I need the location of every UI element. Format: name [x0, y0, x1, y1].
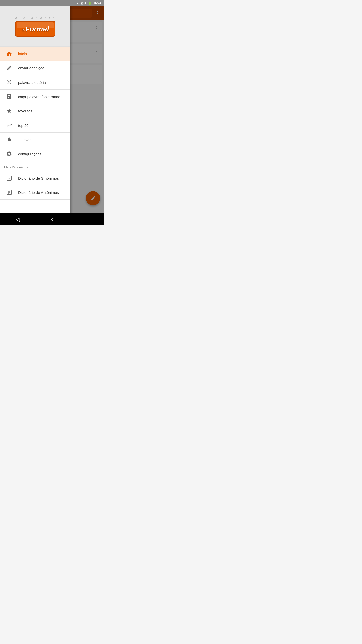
nav-label-caca: caça-palavras/soletrando	[18, 95, 60, 99]
section-header-mais: Mais Dicionários	[0, 161, 70, 171]
wifi-icon: ▲	[76, 2, 79, 5]
pencil-icon	[4, 63, 14, 73]
star-icon	[4, 106, 14, 116]
gear-icon	[4, 149, 14, 159]
book-tag-icon	[4, 187, 14, 197]
home-button[interactable]: ○	[46, 214, 59, 225]
nav-label-palavra: palavra aleatória	[18, 80, 46, 85]
nav-label-antonimos: Dicionário de Antônimos	[18, 190, 59, 195]
nav-item-top20[interactable]: top 20	[0, 118, 70, 132]
drawer-logo-area: d i c i o n á r i o inFormal	[0, 6, 70, 46]
sim-icon: ▣	[80, 2, 83, 5]
logo-main-text: inFormal	[22, 24, 49, 33]
nav-item-enviar[interactable]: enviar definição	[0, 61, 70, 75]
puzzle-icon	[4, 92, 14, 102]
nav-label-inicio: início	[18, 52, 27, 56]
nav-item-inicio[interactable]: início	[0, 47, 70, 61]
shuffle-icon	[4, 77, 14, 87]
nav-item-caca[interactable]: caça-palavras/soletrando	[0, 90, 70, 104]
nav-label-enviar: enviar definição	[18, 66, 44, 70]
airplane-icon: ✈	[84, 2, 87, 5]
home-icon	[4, 49, 14, 59]
nav-label-config: configurações	[18, 152, 41, 156]
bell-icon	[4, 135, 14, 145]
nav-label-top20: top 20	[18, 123, 29, 128]
nav-item-sinonimos[interactable]: az Dicionário de Sinônimos	[0, 171, 70, 185]
drawer-overlay[interactable]	[70, 6, 104, 225]
logo-top-text: d i c i o n á r i o	[15, 16, 55, 20]
drawer: d i c i o n á r i o inFormal início	[0, 6, 70, 225]
svg-text:az: az	[8, 177, 10, 179]
nav-divider-10	[0, 199, 70, 200]
nav-label-sinonimos: Dicionário de Sinônimos	[18, 176, 59, 180]
nav-item-palavra[interactable]: palavra aleatória	[0, 75, 70, 89]
nav-item-novas[interactable]: + novas	[0, 133, 70, 147]
status-bar: ▲ ▣ ✈ 🔋 16:24	[0, 0, 104, 6]
nav-item-config[interactable]: configurações	[0, 147, 70, 161]
logo-badge: inFormal	[15, 21, 55, 37]
nav-bar: ◁ ○ □	[0, 213, 104, 225]
battery-icon: 🔋	[88, 2, 92, 5]
recents-button[interactable]: □	[80, 214, 94, 225]
nav-label-favoritas: favoritas	[18, 109, 32, 113]
back-button[interactable]: ◁	[11, 214, 25, 225]
app-container: ⋮ ⋮ gens; gabar para uma ⋮ ativo dee é d…	[0, 6, 104, 225]
book-az-icon: az	[4, 173, 14, 183]
nav-item-favoritas[interactable]: favoritas	[0, 104, 70, 118]
logo-container: d i c i o n á r i o inFormal	[15, 16, 55, 37]
nav-item-antonimos[interactable]: Dicionário de Antônimos	[0, 185, 70, 199]
status-time: 16:24	[93, 1, 101, 5]
trending-icon	[4, 120, 14, 130]
nav-label-novas: + novas	[18, 138, 31, 142]
